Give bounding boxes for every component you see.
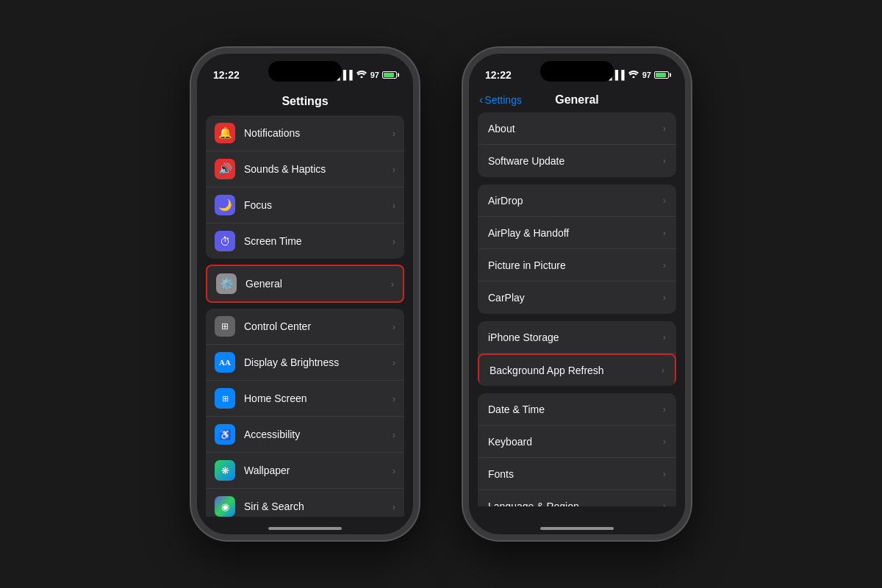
keyboard-chevron: › — [663, 437, 666, 447]
carplay-chevron: › — [663, 293, 666, 303]
dynamic-island-left — [268, 61, 342, 82]
sounds-icon: 🔊 — [215, 159, 235, 179]
iphonestorage-label: iPhone Storage — [488, 331, 663, 343]
status-icons-right: ▐▐▐ 97 — [606, 70, 669, 80]
battery-pct-right: 97 — [642, 71, 651, 79]
settings-item-screentime[interactable]: ⏱ Screen Time › — [206, 223, 404, 259]
airdrop-chevron: › — [663, 196, 666, 206]
language-label: Language & Region — [488, 501, 663, 507]
datetime-chevron: › — [663, 404, 666, 415]
settings-group-1: 🔔 Notifications › 🔊 Sounds & Haptics › 🌙… — [206, 115, 404, 259]
back-button[interactable]: ‹ Settings — [479, 93, 522, 107]
general-item-about[interactable]: About › — [478, 112, 676, 145]
accessibility-icon: ♿ — [215, 424, 235, 445]
general-group-2: AirDrop › AirPlay & Handoff › Picture in… — [478, 184, 676, 314]
settings-item-notifications[interactable]: 🔔 Notifications › — [206, 115, 404, 151]
time-right: 12:22 — [485, 69, 512, 81]
display-icon: AA — [215, 352, 235, 373]
general-item-airdrop[interactable]: AirDrop › — [478, 184, 676, 217]
wallpaper-icon: ❋ — [215, 460, 235, 481]
battery-pct-left: 97 — [370, 71, 379, 79]
general-item-keyboard[interactable]: Keyboard › — [478, 426, 676, 458]
focus-label: Focus — [244, 199, 390, 211]
sounds-label: Sounds & Haptics — [244, 163, 390, 175]
softwareupdate-label: Software Update — [488, 155, 663, 167]
general-item-airplay[interactable]: AirPlay & Handoff › — [478, 217, 676, 249]
settings-item-homescreen[interactable]: ⊞ Home Screen › — [206, 381, 404, 417]
general-item-softwareupdate[interactable]: Software Update › — [478, 145, 676, 177]
iphonestorage-chevron: › — [663, 332, 666, 343]
general-item-datetime[interactable]: Date & Time › — [478, 393, 676, 426]
keyboard-label: Keyboard — [488, 436, 663, 448]
siri-icon: ◉ — [215, 496, 235, 517]
general-item-iphonestorage[interactable]: iPhone Storage › — [478, 321, 676, 354]
settings-group-3: ⊞ Control Center › AA Display & Brightne… — [206, 309, 404, 517]
display-chevron: › — [392, 357, 395, 368]
general-label: General — [245, 278, 388, 290]
homescreen-icon: ⊞ — [215, 388, 235, 409]
settings-item-wallpaper[interactable]: ❋ Wallpaper › — [206, 453, 404, 489]
general-group-4: Date & Time › Keyboard › Fonts › Languag… — [478, 393, 676, 506]
pip-label: Picture in Picture — [488, 259, 663, 271]
wifi-icon — [356, 70, 367, 80]
wifi-icon-right — [628, 70, 639, 80]
language-chevron: › — [663, 501, 666, 507]
screen-left: Settings 🔔 Notifications › 🔊 Sounds & Ha… — [197, 89, 413, 520]
status-icons-left: ▐▐▐ 97 — [334, 70, 397, 80]
homescreen-label: Home Screen — [244, 392, 390, 404]
siri-label: Siri & Search — [244, 501, 390, 512]
about-label: About — [488, 123, 663, 135]
bgrefresh-chevron: › — [662, 365, 664, 376]
focus-icon: 🌙 — [215, 195, 235, 215]
settings-item-siri[interactable]: ◉ Siri & Search › — [206, 489, 404, 517]
general-item-fonts[interactable]: Fonts › — [478, 458, 676, 490]
dynamic-island-right — [540, 61, 614, 82]
accessibility-chevron: › — [392, 429, 395, 440]
settings-item-control[interactable]: ⊞ Control Center › — [206, 309, 404, 345]
general-group-1: About › Software Update › — [478, 112, 676, 177]
general-item-carplay[interactable]: CarPlay › — [478, 282, 676, 314]
screentime-label: Screen Time — [244, 235, 390, 247]
homescreen-chevron: › — [392, 393, 395, 404]
control-chevron: › — [392, 321, 395, 332]
screen-right: ‹ Settings General About › Software Upda… — [469, 89, 685, 520]
fonts-label: Fonts — [488, 468, 663, 480]
sounds-chevron: › — [392, 164, 395, 175]
control-icon: ⊞ — [215, 316, 235, 337]
settings-item-display[interactable]: AA Display & Brightness › — [206, 345, 404, 381]
softwareupdate-chevron: › — [663, 156, 666, 166]
general-chevron: › — [391, 279, 394, 290]
settings-item-general[interactable]: ⚙️ General › — [207, 266, 403, 301]
notifications-icon: 🔔 — [215, 123, 235, 143]
general-item-bgrefresh[interactable]: Background App Refresh › — [478, 354, 676, 386]
carplay-label: CarPlay — [488, 292, 663, 304]
general-group-3: iPhone Storage › ➜ Background App Refres… — [478, 321, 676, 386]
nav-bar-right: ‹ Settings General — [469, 89, 685, 112]
home-indicator-left — [268, 527, 342, 530]
svg-point-0 — [360, 76, 362, 79]
time-left: 12:22 — [213, 69, 240, 81]
general-item-language[interactable]: Language & Region › — [478, 490, 676, 506]
settings-item-sounds[interactable]: 🔊 Sounds & Haptics › — [206, 151, 404, 187]
back-label: Settings — [484, 94, 522, 106]
settings-item-accessibility[interactable]: ♿ Accessibility › — [206, 417, 404, 453]
iphone-left: 12:22 ▐▐▐ 97 Settings 🔔 — [191, 48, 419, 540]
airdrop-label: AirDrop — [488, 195, 663, 207]
page-title-left: Settings — [197, 89, 413, 115]
battery-icon-right: 97 — [642, 71, 669, 79]
nav-title-right: General — [555, 93, 599, 107]
screentime-icon: ⏱ — [215, 231, 235, 251]
iphone-right: 12:22 ▐▐▐ 97 ‹ Settings General — [463, 48, 691, 540]
settings-item-focus[interactable]: 🌙 Focus › — [206, 187, 404, 223]
accessibility-label: Accessibility — [244, 429, 390, 440]
general-item-pip[interactable]: Picture in Picture › — [478, 249, 676, 282]
wallpaper-label: Wallpaper — [244, 465, 390, 476]
datetime-label: Date & Time — [488, 404, 663, 415]
siri-chevron: › — [392, 501, 395, 512]
airplay-chevron: › — [663, 228, 666, 238]
general-icon: ⚙️ — [216, 273, 237, 294]
about-chevron: › — [663, 123, 666, 134]
bgrefresh-label: Background App Refresh — [490, 365, 662, 376]
fonts-chevron: › — [663, 469, 666, 479]
svg-point-1 — [632, 76, 634, 79]
